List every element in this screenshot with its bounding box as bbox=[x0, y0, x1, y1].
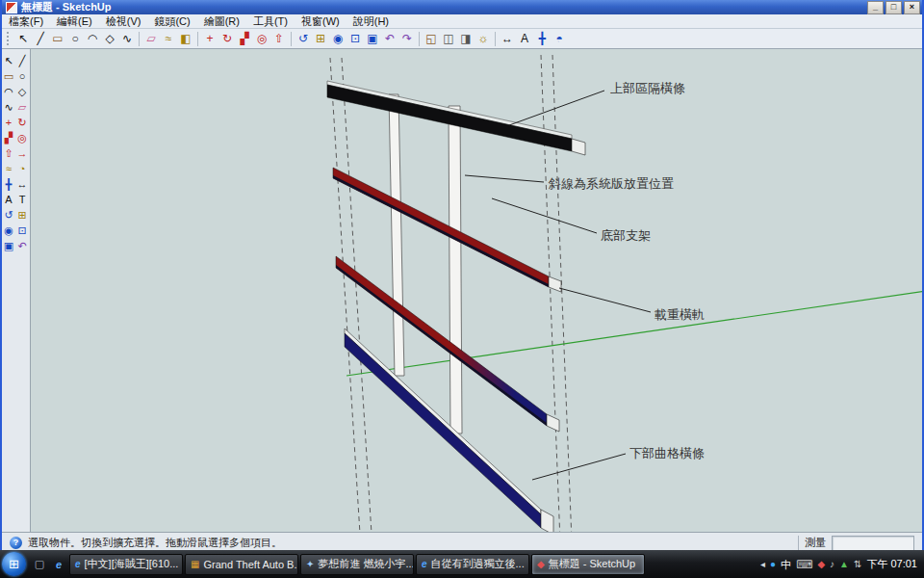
palette-circle-button[interactable]: ○ bbox=[15, 68, 29, 84]
palette-orbit-button[interactable]: ↺ bbox=[2, 207, 15, 223]
palette-polygon-button[interactable]: ◇ bbox=[15, 84, 29, 99]
line-tool-button[interactable]: ╱ bbox=[32, 31, 49, 47]
scale-tool-button[interactable]: ▞ bbox=[236, 31, 253, 47]
desktop: 無標題 - SketchUp _ □ × 檔案(F) 編輯(E) 檢視(V) 鏡… bbox=[0, 0, 924, 578]
close-button[interactable]: × bbox=[904, 1, 920, 14]
menu-help[interactable]: 說明(H) bbox=[346, 14, 396, 28]
axes-tool-button[interactable]: ╋ bbox=[533, 31, 551, 47]
palette-zoom-extents-button[interactable]: ▣ bbox=[2, 238, 15, 253]
main-toolbar: ↖ ╱ ▭ ○ ◠ ◇ ∿ ▱ ≈ ◧ + ↻ ▞ ◎ ⇧ ↺ ⊞ ◉ ⊡ ▣ … bbox=[2, 29, 922, 49]
rectangle-tool-button[interactable]: ▭ bbox=[49, 31, 66, 47]
toolbar-grip[interactable] bbox=[7, 32, 12, 45]
palette-freehand-button[interactable]: ∿ bbox=[2, 99, 15, 115]
palette-push-pull-button[interactable]: ⇧ bbox=[2, 145, 15, 161]
make-component-button[interactable]: ◱ bbox=[423, 31, 440, 47]
palette-protractor-button[interactable]: ◔ bbox=[15, 161, 29, 176]
taskbar: ⊞ ▢ e e [中文][海賊王][610... ▦ Grand Theft A… bbox=[0, 550, 924, 578]
tape-measure-tool-button[interactable]: ≈ bbox=[160, 31, 177, 47]
annotation-panel-position[interactable]: 斜線為系統版放置位置 bbox=[549, 175, 674, 193]
network-tray-icon[interactable]: ⇅ bbox=[854, 559, 861, 570]
palette-follow-me-button[interactable]: → bbox=[15, 145, 29, 161]
minimize-button[interactable]: _ bbox=[867, 1, 884, 14]
palette-3d-text-button[interactable]: T bbox=[15, 192, 29, 207]
section-plane-button[interactable]: ◫ bbox=[440, 31, 457, 47]
keyboard-tray-icon[interactable]: ⌨ bbox=[796, 559, 812, 570]
palette-zoom-window-button[interactable]: ⊡ bbox=[15, 223, 29, 238]
orbit-tool-button[interactable]: ↺ bbox=[295, 31, 312, 47]
previous-view-button[interactable]: ↶ bbox=[381, 31, 398, 47]
downloader-tray-icon[interactable]: ● bbox=[770, 559, 776, 570]
move-tool-button[interactable]: + bbox=[201, 31, 218, 47]
rotate-tool-button[interactable]: ↻ bbox=[218, 31, 236, 47]
zoom-extents-tool-button[interactable]: ▣ bbox=[364, 31, 381, 47]
palette-offset-button[interactable]: ◎ bbox=[15, 130, 29, 145]
palette-rotate-button[interactable]: ↻ bbox=[15, 115, 29, 130]
palette-zoom-button[interactable]: ◉ bbox=[2, 223, 15, 238]
offset-tool-button[interactable]: ◎ bbox=[253, 31, 270, 47]
push-pull-tool-button[interactable]: ⇧ bbox=[270, 31, 288, 47]
select-tool-button[interactable]: ↖ bbox=[14, 31, 32, 47]
menu-draw[interactable]: 繪圖(R) bbox=[197, 14, 246, 28]
paint-bucket-tool-button[interactable]: ◧ bbox=[177, 31, 194, 47]
browser-icon[interactable]: e bbox=[51, 559, 66, 570]
post-right[interactable] bbox=[449, 106, 462, 434]
model-canvas[interactable]: 上部區隔橫條 斜線為系統版放置位置 底部支架 載重橫軌 下部曲格橫條 bbox=[31, 49, 922, 532]
ime-chinese-icon[interactable]: 中 bbox=[781, 559, 791, 570]
palette-tape-measure-button[interactable]: ≈ bbox=[2, 161, 15, 176]
menu-file[interactable]: 檔案(F) bbox=[2, 14, 50, 28]
palette-arc-button[interactable]: ◠ bbox=[2, 84, 15, 99]
palette-line-button[interactable]: ╱ bbox=[15, 53, 29, 68]
measurement-input[interactable] bbox=[832, 536, 914, 551]
display-style-button[interactable]: ◨ bbox=[457, 31, 475, 47]
title-bar[interactable]: 無標題 - SketchUp _ □ × bbox=[2, 0, 922, 14]
palette-text-button[interactable]: A bbox=[2, 192, 15, 207]
palette-previous-view-button[interactable]: ↶ bbox=[15, 238, 29, 253]
work-area: ↖ ╱ ▭ ○ ◠ ◇ ∿ ▱ + ↻ ▞ ◎ ⇧ → ≈ ◔ ╋ ↔ A T bbox=[2, 49, 922, 532]
zoom-tool-button[interactable]: ◉ bbox=[329, 31, 346, 47]
zoom-window-tool-button[interactable]: ⊡ bbox=[346, 31, 364, 47]
next-view-button[interactable]: ↷ bbox=[398, 31, 416, 47]
eraser-tool-button[interactable]: ▱ bbox=[142, 31, 160, 47]
pan-tool-button[interactable]: ⊞ bbox=[312, 31, 329, 47]
palette-move-button[interactable]: + bbox=[2, 115, 15, 130]
taskbar-clock[interactable]: 下午 07:01 bbox=[866, 557, 917, 571]
arc-tool-button[interactable]: ◠ bbox=[84, 31, 101, 47]
get-models-button[interactable]: ◓ bbox=[551, 31, 568, 47]
annotation-load-rail[interactable]: 載重橫軌 bbox=[654, 306, 705, 324]
annotation-bottom-rail[interactable]: 下部曲格橫條 bbox=[629, 445, 705, 462]
media-tray-icon[interactable]: ◆ bbox=[817, 559, 825, 570]
menu-edit[interactable]: 編輯(E) bbox=[50, 14, 99, 28]
palette-axes-button[interactable]: ╋ bbox=[2, 176, 15, 192]
palette-pan-button[interactable]: ⊞ bbox=[15, 207, 29, 223]
annotation-top-divider[interactable]: 上部區隔橫條 bbox=[610, 80, 685, 97]
palette-dimension-button[interactable]: ↔ bbox=[15, 176, 29, 192]
taskbar-button-label: 無標題 - SketchUp bbox=[549, 557, 635, 571]
maximize-button[interactable]: □ bbox=[886, 1, 902, 14]
hidden-icons-arrow-icon[interactable]: ◂ bbox=[760, 559, 765, 570]
menu-bar: 檔案(F) 編輯(E) 檢視(V) 鏡頭(C) 繪圖(R) 工具(T) 視窗(W… bbox=[2, 14, 922, 29]
freehand-tool-button[interactable]: ∿ bbox=[118, 31, 136, 47]
taskbar-button-sketchup[interactable]: ◆ 無標題 - SketchUp bbox=[531, 554, 645, 575]
taskbar-button-1[interactable]: e [中文][海賊王][610... bbox=[69, 554, 183, 575]
palette-scale-button[interactable]: ▞ bbox=[2, 130, 15, 145]
security-tray-icon[interactable]: ▲ bbox=[839, 559, 849, 570]
menu-view[interactable]: 檢視(V) bbox=[99, 14, 148, 28]
palette-eraser-button[interactable]: ▱ bbox=[15, 99, 29, 115]
volume-tray-icon[interactable]: ♪ bbox=[830, 559, 834, 570]
text-tool-button[interactable]: A bbox=[516, 31, 533, 47]
start-button[interactable]: ⊞ bbox=[2, 552, 26, 576]
dimension-tool-button[interactable]: ↔ bbox=[499, 31, 516, 47]
circle-tool-button[interactable]: ○ bbox=[66, 31, 84, 47]
palette-select-button[interactable]: ↖ bbox=[2, 53, 15, 68]
shadows-button[interactable]: ☼ bbox=[475, 31, 492, 47]
taskbar-button-3[interactable]: ✦ 夢想前進 燃燒小宇... bbox=[300, 554, 414, 575]
show-desktop-icon[interactable]: ▢ bbox=[32, 558, 47, 570]
menu-window[interactable]: 視窗(W) bbox=[295, 14, 346, 28]
taskbar-button-4[interactable]: e 自從有到過獨立後... bbox=[416, 554, 529, 575]
palette-rectangle-button[interactable]: ▭ bbox=[2, 68, 15, 84]
taskbar-button-2[interactable]: ▦ Grand Theft Auto B... bbox=[185, 554, 298, 575]
menu-camera[interactable]: 鏡頭(C) bbox=[147, 14, 196, 28]
polygon-tool-button[interactable]: ◇ bbox=[101, 31, 118, 47]
annotation-bottom-bracket[interactable]: 底部支架 bbox=[601, 227, 651, 245]
menu-tools[interactable]: 工具(T) bbox=[246, 14, 295, 28]
